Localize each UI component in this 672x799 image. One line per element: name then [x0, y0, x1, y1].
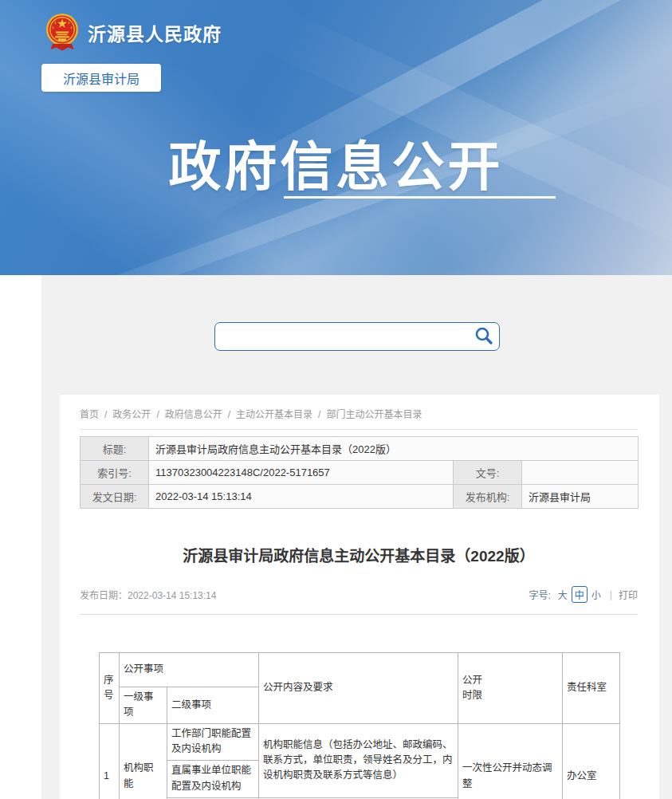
col-header-owner: 责任科室 [563, 653, 620, 724]
col-header-content: 公开内容及要求 [259, 653, 458, 724]
article-tools: 字号: 大 中 小 | 打印 [529, 586, 638, 603]
fontsize-label: 字号: [529, 588, 550, 601]
breadcrumb-separator: / [228, 409, 230, 420]
col-header-level1: 一级事项 [120, 687, 167, 724]
meta-row-date: 发文日期: 2022-03-14 15:13:14 发布机构: 沂源县审计局 [81, 485, 639, 509]
section-divider [80, 614, 638, 615]
meta-docno-label: 文号: [454, 461, 522, 485]
hero-banner: 沂源县人民政府 沂源县审计局 政府信息公开 [0, 0, 672, 275]
cell-deadline: 一次性公开并动态调整 [458, 723, 563, 799]
breadcrumb-item[interactable]: 政府信息公开 [165, 409, 222, 420]
tools-divider: | [610, 589, 612, 600]
site-name: 沂源县人民政府 [88, 19, 222, 46]
catalog-body-row: 1 机构职能 工作部门职能配置及内设机构 机构职能信息（包括办公地址、邮政编码、… [100, 723, 620, 760]
breadcrumb-item[interactable]: 政务公开 [112, 409, 151, 420]
search-bar [214, 322, 500, 351]
publish-date-label: 发布日期： [80, 590, 128, 601]
catalog-header-row-1: 序号 公开事项 公开内容及要求 公开 时限 责任科室 [100, 653, 620, 687]
article-title: 沂源县审计局政府信息主动公开基本目录（2022版） [80, 544, 638, 565]
breadcrumb-separator: / [156, 409, 159, 420]
breadcrumb-separator: / [318, 409, 320, 420]
department-tab[interactable]: 沂源县审计局 [41, 64, 161, 92]
meta-index-value: 11370323004223148C/2022-5171657 [149, 461, 454, 485]
hero-title-underline [284, 196, 556, 199]
site-brand[interactable]: 沂源县人民政府 [45, 11, 222, 54]
breadcrumb-separator: / [104, 409, 107, 420]
search-input[interactable] [214, 322, 500, 351]
fontsize-medium-button[interactable]: 中 [572, 586, 588, 603]
print-button[interactable]: 打印 [619, 588, 638, 601]
breadcrumb-item-current[interactable]: 部门主动公开基本目录 [326, 409, 422, 420]
catalog-table: 序号 公开事项 公开内容及要求 公开 时限 责任科室 一级事项 二级事项 1 机… [99, 652, 620, 799]
meta-row-index: 索引号: 11370323004223148C/2022-5171657 文号: [81, 461, 639, 485]
search-button[interactable] [473, 325, 495, 348]
breadcrumb-home[interactable]: 首页 [80, 409, 99, 420]
cell-content: 机构职能信息（包括办公地址、邮政编码、联系方式，单位职责，领导姓名及分工，内设机… [259, 723, 458, 797]
fontsize-small-button[interactable]: 小 [589, 587, 603, 602]
cell-seq: 1 [100, 723, 120, 799]
col-header-seq: 序号 [100, 653, 120, 724]
col-header-level2: 二级事项 [167, 687, 259, 724]
page: 沂源县人民政府 沂源县审计局 政府信息公开 首页/政务公开/政府信息公开/主动公… [0, 0, 672, 799]
meta-org-value: 沂源县审计局 [522, 485, 639, 509]
meta-row-title: 标题: 沂源县审计局政府信息主动公开基本目录（2022版） [81, 437, 639, 461]
national-emblem-icon [45, 11, 80, 54]
cell-level1: 机构职能 [120, 723, 167, 799]
meta-date-label: 发文日期: [81, 485, 149, 509]
meta-docno-value [522, 461, 639, 485]
breadcrumb: 首页/政务公开/政府信息公开/主动公开基本目录/部门主动公开基本目录 [80, 395, 638, 430]
search-icon [474, 325, 494, 346]
article-card: 首页/政务公开/政府信息公开/主动公开基本目录/部门主动公开基本目录 标题: 沂… [60, 395, 659, 799]
meta-title-label: 标题: [81, 437, 149, 461]
article-meta-row: 发布日期：2022-03-14 15:13:14 字号: 大 中 小 | 打印 [80, 586, 638, 603]
col-header-matters: 公开事项 [120, 653, 259, 687]
publish-date-value: 2022-03-14 15:13:14 [128, 590, 216, 601]
hero-title: 政府信息公开 [0, 124, 672, 200]
document-meta-table: 标题: 沂源县审计局政府信息主动公开基本目录（2022版） 索引号: 11370… [80, 436, 639, 509]
cell-level2: 直属事业单位职能配置及内设机构 [167, 760, 259, 797]
col-header-deadline: 公开 时限 [458, 653, 563, 724]
fontsize-large-button[interactable]: 大 [556, 587, 570, 602]
cell-level2: 工作部门职能配置及内设机构 [167, 723, 259, 760]
meta-index-label: 索引号: [81, 461, 149, 485]
meta-org-label: 发布机构: [454, 485, 522, 509]
content-panel: 首页/政务公开/政府信息公开/主动公开基本目录/部门主动公开基本目录 标题: 沂… [41, 275, 672, 799]
meta-date-value: 2022-03-14 15:13:14 [149, 485, 454, 509]
publish-date: 发布日期：2022-03-14 15:13:14 [80, 588, 216, 601]
cell-owner: 办公室 [563, 723, 620, 799]
meta-title-value: 沂源县审计局政府信息主动公开基本目录（2022版） [149, 437, 639, 461]
breadcrumb-item[interactable]: 主动公开基本目录 [236, 409, 312, 420]
